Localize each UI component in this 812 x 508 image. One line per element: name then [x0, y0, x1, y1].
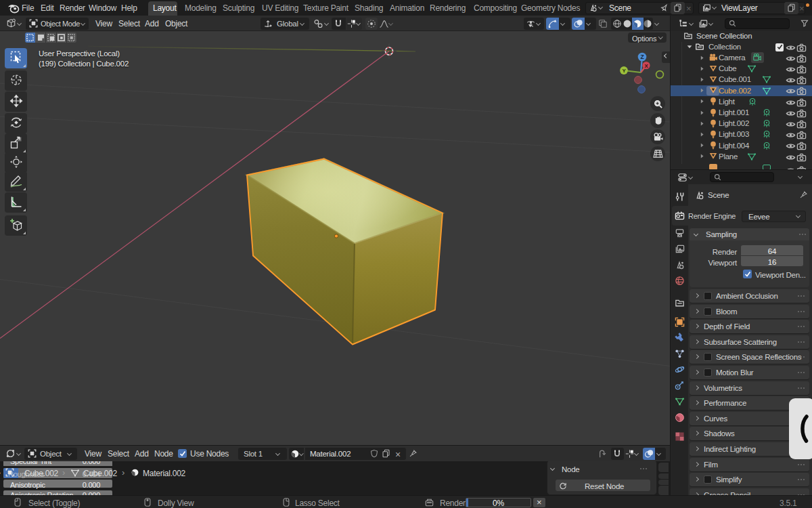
svg-text:Z: Z: [641, 54, 644, 60]
